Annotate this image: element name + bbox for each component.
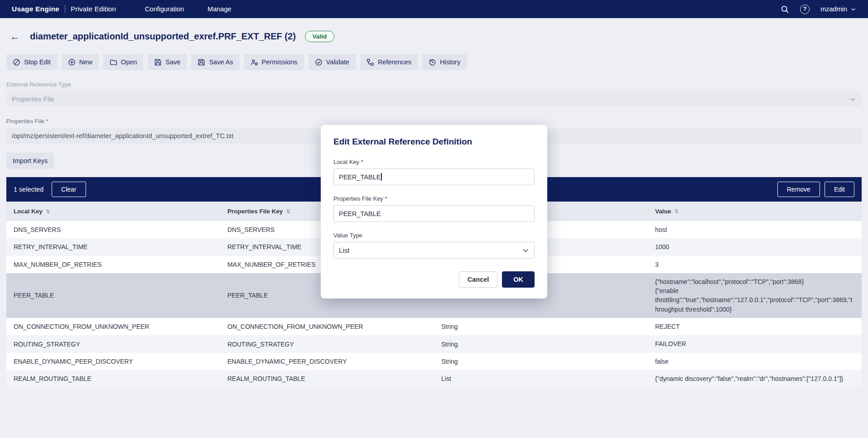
- ext-ref-type-select: Properties File: [6, 91, 862, 107]
- cell-value: FAILOVER: [648, 335, 862, 352]
- references-button[interactable]: References: [360, 54, 418, 70]
- nav-item-manage[interactable]: Manage: [207, 5, 231, 13]
- references-icon: [366, 58, 374, 66]
- column-header-local-key[interactable]: Local Key⇅: [6, 202, 220, 221]
- save-as-button[interactable]: Save As: [191, 54, 239, 70]
- button-label: References: [378, 58, 411, 66]
- cell-local-key: DNS_SERVERS: [6, 222, 220, 237]
- folder-icon: [110, 58, 117, 66]
- help-icon[interactable]: ?: [800, 5, 810, 14]
- cell-value-type: String: [434, 319, 648, 334]
- button-label: Validate: [326, 58, 349, 66]
- button-label: Save: [165, 58, 180, 66]
- toolbar: Stop EditNewOpenSaveSave AsPermissionsVa…: [6, 54, 862, 70]
- edit-dialog: Edit External Reference Definition Local…: [321, 125, 547, 298]
- column-label: Properties File Key: [227, 208, 283, 215]
- user-menu[interactable]: mzadmin: [820, 5, 856, 13]
- cell-file-key: ROUTING_STRATEGY: [220, 337, 434, 352]
- history-button[interactable]: History: [422, 54, 467, 70]
- button-label: Edit: [834, 186, 845, 193]
- properties-file-key-label: Properties File Key *: [333, 195, 535, 202]
- cell-local-key: RETRY_INTERVAL_TIME: [6, 239, 220, 255]
- nav-right: ? mzadmin: [781, 5, 856, 14]
- sort-icon[interactable]: ⇅: [46, 208, 50, 215]
- ext-ref-type-value: Properties File: [12, 96, 54, 103]
- column-header-value[interactable]: Value⇅: [648, 202, 862, 221]
- chevron-down-icon: [850, 6, 856, 12]
- page-title: diameter_applicationId_unsupported_exref…: [30, 31, 296, 42]
- sort-icon[interactable]: ⇅: [674, 208, 679, 215]
- save-icon: [154, 58, 162, 66]
- table-row[interactable]: ROUTING_STRATEGYROUTING_STRATEGYStringFA…: [6, 335, 862, 352]
- properties-file-label: Properties File *: [6, 118, 862, 125]
- nav-menu: ConfigurationManage: [145, 5, 231, 13]
- cell-value: 1000: [648, 238, 862, 255]
- stop-edit-button[interactable]: Stop Edit: [6, 54, 57, 70]
- button-label: Cancel: [468, 276, 489, 283]
- status-badge: Valid: [305, 31, 335, 42]
- clear-selection-button[interactable]: Clear: [52, 182, 86, 197]
- button-label: Remove: [787, 186, 810, 193]
- permissions-button[interactable]: Permissions: [244, 54, 304, 70]
- value-type-label: Value Type: [333, 232, 535, 239]
- cell-value: false: [648, 353, 862, 370]
- value-type-group: Value Type List: [333, 232, 535, 259]
- button-label: Save As: [209, 58, 233, 66]
- help-glyph: ?: [803, 6, 807, 12]
- top-navbar: Usage Engine Private Edition Configurati…: [0, 0, 868, 18]
- table-row[interactable]: ON_CONNECTION_FROM_UNKNOWN_PEERON_CONNEC…: [6, 318, 862, 335]
- button-label: Open: [121, 58, 137, 66]
- cell-value: {"hostname":"localhost","protocol":"TCP"…: [648, 273, 862, 318]
- cell-local-key: MAX_NUMBER_OF_RETRIES: [6, 257, 220, 272]
- select-value: List: [339, 246, 349, 254]
- cell-value-type: List: [434, 371, 648, 386]
- cell-local-key: ROUTING_STRATEGY: [6, 337, 220, 352]
- dialog-footer: Cancel OK: [333, 271, 535, 288]
- cell-value: 3: [648, 256, 862, 273]
- cell-file-key: ENABLE_DYNAMIC_PEER_DISCOVERY: [220, 354, 434, 369]
- open-button[interactable]: Open: [103, 54, 143, 70]
- stop-edit-icon: [13, 58, 20, 66]
- sort-icon[interactable]: ⇅: [286, 208, 290, 215]
- edit-button[interactable]: Edit: [825, 182, 854, 197]
- cell-value: {"dynamic discovery":"false","realm":"dr…: [648, 370, 862, 387]
- new-button[interactable]: New: [62, 54, 99, 70]
- table-row[interactable]: ENABLE_DYNAMIC_PEER_DISCOVERYENABLE_DYNA…: [6, 353, 862, 370]
- app: Usage Engine Private Edition Configurati…: [0, 0, 868, 387]
- table-action-bar-right: Remove Edit: [777, 182, 854, 197]
- ext-ref-type-label: External Reference Type: [6, 81, 862, 88]
- brand-logo[interactable]: Usage Engine: [12, 5, 59, 13]
- button-label: Stop Edit: [24, 58, 51, 66]
- cell-value-type: String: [434, 354, 648, 369]
- back-button[interactable]: ←: [6, 32, 24, 42]
- value-type-select[interactable]: List: [333, 242, 535, 259]
- search-icon[interactable]: [781, 5, 789, 14]
- properties-file-value: /opt/mz/persistent/ext-ref/diameter_appl…: [12, 132, 233, 140]
- save-as-icon: [198, 58, 205, 66]
- cell-local-key: ENABLE_DYNAMIC_PEER_DISCOVERY: [6, 354, 220, 369]
- cell-local-key: ON_CONNECTION_FROM_UNKNOWN_PEER: [6, 319, 220, 334]
- chevron-down-icon: [849, 96, 856, 103]
- ok-button[interactable]: OK: [502, 271, 535, 288]
- local-key-group: Local Key * PEER_TABLE: [333, 159, 535, 185]
- table-row[interactable]: REALM_ROUTING_TABLEREALM_ROUTING_TABLELi…: [6, 370, 862, 387]
- local-key-input[interactable]: PEER_TABLE: [333, 168, 535, 185]
- cell-file-key: ON_CONNECTION_FROM_UNKNOWN_PEER: [220, 319, 434, 334]
- dialog-title: Edit External Reference Definition: [333, 137, 535, 147]
- nav-item-configuration[interactable]: Configuration: [145, 5, 184, 13]
- properties-file-key-group: Properties File Key * PEER_TABLE: [333, 195, 535, 222]
- cell-local-key: PEER_TABLE: [6, 288, 220, 303]
- check-circle-icon: [315, 58, 323, 66]
- button-label: Import Keys: [13, 157, 48, 164]
- save-button[interactable]: Save: [148, 54, 187, 70]
- input-value: PEER_TABLE: [339, 210, 381, 217]
- cancel-button[interactable]: Cancel: [459, 271, 498, 288]
- selection-count: 1 selected: [14, 186, 43, 193]
- user-name: mzadmin: [820, 5, 847, 13]
- import-keys-button[interactable]: Import Keys: [6, 153, 54, 169]
- properties-file-key-input[interactable]: PEER_TABLE: [333, 205, 535, 222]
- plus-circle-icon: [68, 58, 76, 66]
- validate-button[interactable]: Validate: [309, 54, 356, 70]
- remove-button[interactable]: Remove: [777, 182, 820, 197]
- cell-value-type: String: [434, 337, 648, 352]
